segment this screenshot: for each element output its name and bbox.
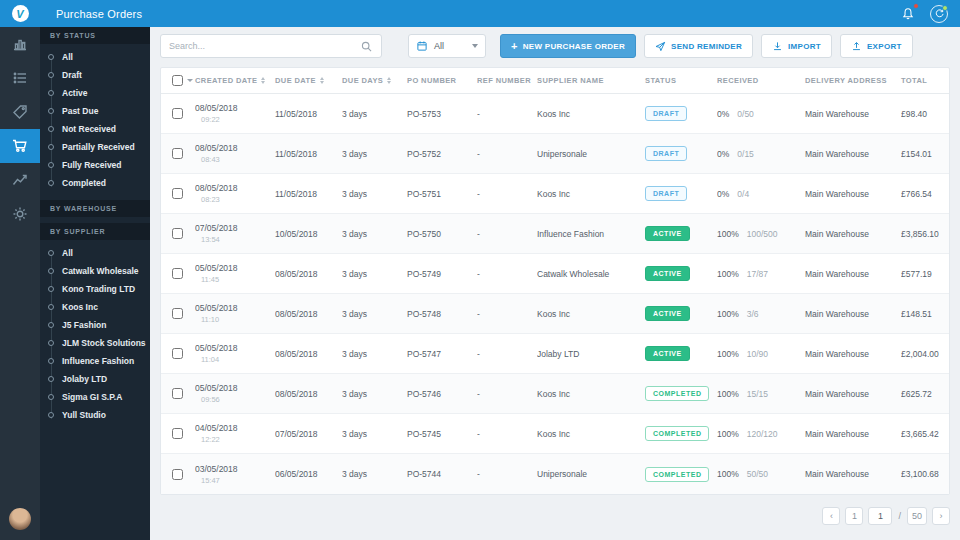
ref-number-cell: - [477, 309, 537, 319]
search-input[interactable] [169, 41, 360, 51]
column-header-due-date[interactable]: DUE DATE [275, 76, 342, 85]
table-row[interactable]: 05/05/201811:4508/05/20183 daysPO-5749-C… [161, 254, 949, 294]
column-label: STATUS [645, 76, 676, 85]
table-row[interactable]: 08/05/201808:4311/05/20183 daysPO-5752-U… [161, 134, 949, 174]
created-date-cell: 07/05/201813:54 [195, 223, 275, 244]
send-reminder-button[interactable]: SEND REMINDER [644, 34, 753, 58]
due-days-cell: 3 days [342, 229, 407, 239]
pagination-total-pages[interactable]: 50 [907, 507, 927, 525]
by-supplier-header[interactable]: BY SUPPLIER [40, 223, 150, 240]
received-cell: 100%3/6 [717, 309, 805, 319]
by-status-header[interactable]: BY STATUS [40, 27, 150, 44]
column-label: RECEIVED [717, 76, 759, 85]
nav-products[interactable] [0, 95, 40, 129]
app-logo[interactable]: V [0, 5, 40, 22]
received-percent: 0% [717, 189, 729, 199]
sort-arrows-icon[interactable] [320, 77, 324, 84]
row-checkbox[interactable] [172, 308, 183, 319]
row-checkbox[interactable] [172, 428, 183, 439]
created-time: 11:10 [195, 315, 271, 324]
nav-settings[interactable] [0, 197, 40, 231]
created-date: 08/05/2018 [195, 103, 271, 113]
table-row[interactable]: 05/05/201811:1008/05/20183 daysPO-5748-K… [161, 294, 949, 334]
nav-reports[interactable] [0, 163, 40, 197]
by-warehouse-header[interactable]: BY WAREHOUSE [40, 200, 150, 217]
supplier-name-cell: Koos Inc [537, 429, 645, 439]
nav-purchase-orders[interactable] [0, 129, 40, 163]
supplier-filter-item[interactable]: Kono Trading LTD [40, 280, 150, 298]
new-purchase-order-button[interactable]: + NEW PURCHASE ORDER [500, 34, 636, 58]
supplier-filter-item[interactable]: J5 Fashion [40, 316, 150, 334]
sync-button[interactable] [930, 5, 948, 23]
status-filter-item[interactable]: Completed [40, 174, 150, 192]
nav-orders[interactable] [0, 61, 40, 95]
new-purchase-order-label: NEW PURCHASE ORDER [523, 42, 625, 51]
purchase-orders-page: V Purchase Orders [0, 0, 960, 540]
table-row[interactable]: 03/05/201815:4706/05/20183 daysPO-5744-U… [161, 454, 949, 494]
received-cell: 100%17/87 [717, 269, 805, 279]
row-checkbox[interactable] [172, 108, 183, 119]
table-row[interactable]: 05/05/201809:5608/05/20183 daysPO-5746-K… [161, 374, 949, 414]
supplier-filter-item[interactable]: Yull Studio [40, 406, 150, 424]
trend-icon [12, 172, 28, 188]
row-checkbox[interactable] [172, 388, 183, 399]
supplier-filter-item[interactable]: Influence Fashion [40, 352, 150, 370]
supplier-filter-item[interactable]: Catwalk Wholesale [40, 262, 150, 280]
status-filter-item[interactable]: Partially Received [40, 138, 150, 156]
supplier-name-cell: Koos Inc [537, 389, 645, 399]
row-checkbox[interactable] [172, 228, 183, 239]
status-badge: DRAFT [645, 186, 687, 201]
table-row[interactable]: 04/05/201812:2207/05/20183 daysPO-5745-K… [161, 414, 949, 454]
status-filter-item[interactable]: Active [40, 84, 150, 102]
table-row[interactable]: 07/05/201813:5410/05/20183 daysPO-5750-I… [161, 214, 949, 254]
column-header-supplier-name: SUPPLIER NAME [537, 76, 645, 85]
select-all-checkbox[interactable] [172, 75, 183, 86]
status-filter-item[interactable]: Draft [40, 66, 150, 84]
date-filter-select[interactable]: All [408, 34, 486, 58]
page-title: Purchase Orders [56, 8, 142, 20]
status-filter-item[interactable]: Not Received [40, 120, 150, 138]
select-all-cell [161, 75, 195, 86]
column-header-created-date[interactable]: CREATED DATE [195, 76, 275, 85]
supplier-filter-item[interactable]: Jolaby LTD [40, 370, 150, 388]
status-filter-item[interactable]: Past Due [40, 102, 150, 120]
status-badge: ACTIVE [645, 266, 690, 281]
received-cell: 100%50/50 [717, 469, 805, 479]
ref-number-cell: - [477, 469, 537, 479]
row-select-cell [161, 188, 195, 199]
main-content: All + NEW PURCHASE ORDER SEND REMINDER I… [150, 27, 960, 540]
pagination-next-button[interactable]: › [932, 507, 950, 525]
notifications-button[interactable] [898, 4, 918, 24]
status-filter-item[interactable]: All [40, 48, 150, 66]
row-checkbox[interactable] [172, 148, 183, 159]
table-row[interactable]: 08/05/201808:2311/05/20183 daysPO-5751-K… [161, 174, 949, 214]
pagination-current-input[interactable] [868, 507, 892, 525]
row-checkbox[interactable] [172, 469, 183, 480]
supplier-filter-item[interactable]: JLM Stock Solutions [40, 334, 150, 352]
received-qty: 0/50 [737, 109, 754, 119]
nav-analytics[interactable] [0, 27, 40, 61]
table-row[interactable]: 08/05/201809:2211/05/20183 daysPO-5753-K… [161, 94, 949, 134]
pagination-prev-button[interactable]: ‹ [822, 507, 840, 525]
po-number-cell: PO-5748 [407, 309, 477, 319]
status-filter-item[interactable]: Fully Received [40, 156, 150, 174]
sort-arrows-icon[interactable] [261, 77, 265, 84]
column-header-due-days[interactable]: DUE DAYS [342, 76, 407, 85]
created-date-cell: 08/05/201808:23 [195, 183, 275, 204]
pagination-first-button[interactable]: 1 [845, 507, 863, 525]
created-date-cell: 05/05/201809:56 [195, 383, 275, 404]
supplier-filter-item[interactable]: Koos Inc [40, 298, 150, 316]
purchase-orders-table: CREATED DATEDUE DATEDUE DAYSPO NUMBERREF… [160, 67, 950, 495]
select-all-dropdown-caret[interactable] [187, 79, 193, 82]
row-checkbox[interactable] [172, 348, 183, 359]
import-button[interactable]: IMPORT [761, 34, 832, 58]
export-button[interactable]: EXPORT [840, 34, 913, 58]
row-checkbox[interactable] [172, 268, 183, 279]
table-row[interactable]: 05/05/201811:0408/05/20183 daysPO-5747-J… [161, 334, 949, 374]
due-date-cell: 10/05/2018 [275, 229, 342, 239]
supplier-filter-item[interactable]: Sigma GI S.P.A [40, 388, 150, 406]
row-checkbox[interactable] [172, 188, 183, 199]
user-avatar[interactable] [9, 508, 31, 530]
sort-arrows-icon[interactable] [387, 77, 391, 84]
supplier-filter-item[interactable]: All [40, 244, 150, 262]
